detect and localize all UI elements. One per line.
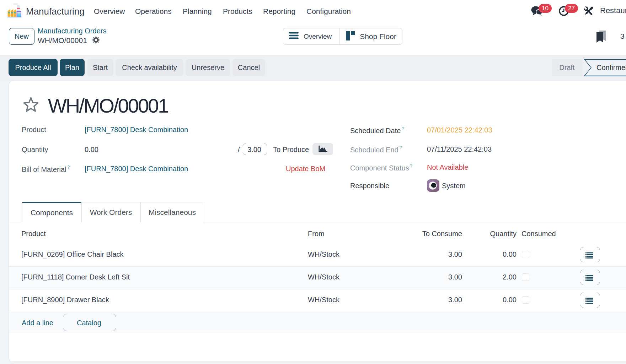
- svg-text:Confirmed: Confirmed: [596, 64, 626, 71]
- svg-text:Draft: Draft: [559, 64, 575, 71]
